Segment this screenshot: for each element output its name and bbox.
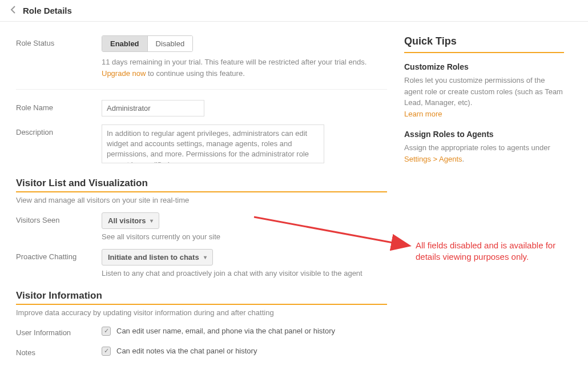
proactive-value: Initiate and listen to chats (108, 253, 199, 262)
tip-customize-title: Customize Roles (404, 62, 564, 71)
quick-tips-title: Quick Tips (404, 35, 564, 50)
section-title-visitor-list: Visitor List and Visualization (16, 178, 387, 195)
back-icon[interactable] (10, 6, 16, 15)
quick-tips-panel: Quick Tips Customize Roles Roles let you… (404, 35, 564, 365)
tip-assign-text: Assign the appropriate roles to agents u… (404, 143, 550, 152)
notes-label: Notes (16, 345, 102, 357)
enabled-button[interactable]: Enabled (102, 36, 147, 51)
visitors-seen-help: See all visitors currently on your site (102, 232, 387, 241)
visitors-seen-value: All visitors (108, 216, 146, 225)
description-textarea[interactable]: In addition to regular agent privileges,… (102, 124, 324, 163)
user-info-label: User Information (16, 325, 102, 337)
section-sub-visitor-info: Improve data accuracy by updating visito… (16, 308, 387, 317)
tip-assign-title: Assign Roles to Agents (404, 130, 564, 139)
trial-line: 11 days remaining in your trial. This fe… (102, 58, 367, 66)
visitors-seen-label: Visitors Seen (16, 212, 102, 241)
user-info-text: Can edit user name, email, and phone via… (116, 327, 335, 335)
chevron-down-icon: ▾ (204, 254, 207, 260)
proactive-label: Proactive Chatting (16, 249, 102, 278)
tip-customize-body: Roles let you customize permissions of t… (404, 75, 564, 119)
settings-agents-link[interactable]: Settings > Agents (404, 155, 462, 163)
annotation-text: All fields disabled and is available for… (416, 240, 564, 263)
upgrade-tail: to continue using this feature. (146, 69, 244, 78)
notes-checkbox[interactable]: ✓ (102, 347, 111, 356)
section-sub-visitor-list: View and manage all visitors on your sit… (16, 196, 387, 204)
role-name-label: Role Name (16, 100, 102, 116)
page-title: Role Details (23, 6, 72, 15)
notes-text: Can edit notes via the chat panel or his… (116, 347, 257, 355)
role-status-label: Role Status (16, 35, 102, 79)
tip-customize-text: Roles let you customize permissions of t… (404, 76, 563, 107)
role-name-input[interactable] (102, 100, 204, 116)
trial-info: 11 days remaining in your trial. This fe… (102, 57, 387, 79)
chevron-down-icon: ▾ (150, 218, 153, 224)
visitors-seen-select[interactable]: All visitors ▾ (102, 212, 159, 229)
divider (16, 89, 387, 90)
upgrade-link[interactable]: Upgrade now (102, 69, 146, 78)
header-bar: Role Details (0, 0, 588, 22)
user-info-checkbox[interactable]: ✓ (102, 327, 111, 336)
section-title-visitor-info: Visitor Information (16, 290, 387, 307)
main-form: Role Status Enabled Disabled 11 days rem… (16, 35, 387, 365)
description-label: Description (16, 124, 102, 165)
role-status-toggle[interactable]: Enabled Disabled (102, 35, 193, 52)
learn-more-link[interactable]: Learn more (404, 110, 442, 118)
proactive-help: Listen to any chat and proactively join … (102, 269, 387, 278)
tip-assign-body: Assign the appropriate roles to agents u… (404, 142, 564, 164)
proactive-select[interactable]: Initiate and listen to chats ▾ (102, 249, 213, 266)
disabled-button[interactable]: Disabled (147, 36, 193, 51)
